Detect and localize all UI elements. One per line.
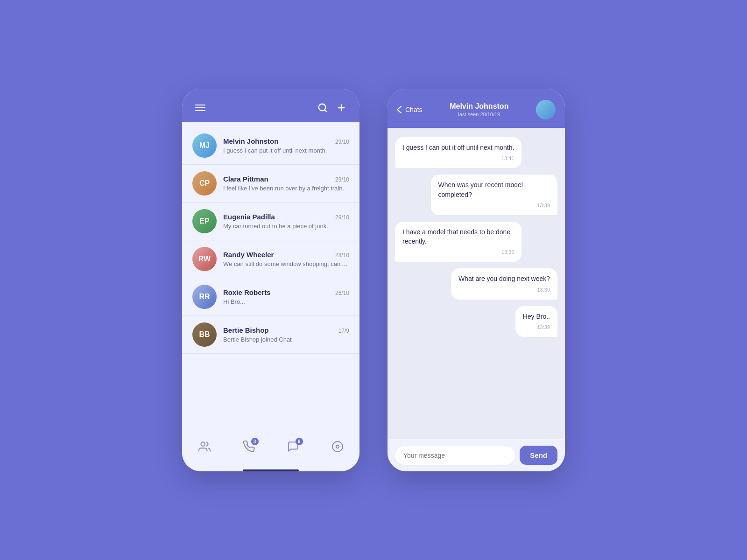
avatar: RR [192,285,217,309]
avatar: RW [192,247,217,271]
chat-meta: Bertie Bishop 17/9 [223,326,349,334]
contacts-icon [198,441,211,455]
message-time: 13:39 [523,324,550,331]
chat-preview: Bertie Bishop joined Chat [223,336,349,343]
message-bubble-3: I have a model that needs to be done rec… [395,222,521,262]
chat-preview: Hi Bro... [223,298,349,305]
send-button[interactable]: Send [520,446,557,465]
avatar: MJ [192,133,217,158]
message-time: 13:35 [402,249,514,256]
home-indicator [243,469,299,471]
message-input[interactable] [395,446,515,465]
chat-name: Clara Pittman [223,175,268,183]
message-time: 13:39 [438,202,550,210]
chat-date: 29/10 [335,214,349,221]
contact-name: Melvin Johnston [428,102,530,111]
chat-name: Eugenia Padilla [223,213,275,221]
chat-header: Chats Melvin Johnston last seen 28/10/19 [388,89,565,128]
chat-meta: Randy Wheeler 28/10 [223,251,349,259]
chat-meta: Clara Pittman 29/10 [223,175,349,183]
search-icon[interactable] [317,103,328,113]
chat-contact-info: Melvin Johnston last seen 28/10/19 [428,102,530,117]
chats-icon: 6 [287,441,299,455]
back-button[interactable]: Chats [397,106,423,113]
messages-area: I guess I can put it off until next mont… [388,128,565,439]
message-time: 13:39 [458,287,550,294]
avatar: CP [192,171,217,196]
last-seen-status: last seen 28/10/19 [428,112,530,117]
nav-item-contacts[interactable] [198,441,211,455]
message-text: I guess I can put it off until next mont… [402,144,514,151]
chat-item[interactable]: EP Eugenia Padilla 29/10 My car turned o… [182,203,359,240]
chat-name: Bertie Bishop [223,326,269,334]
chat-item[interactable]: RW Randy Wheeler 28/10 We can still do s… [182,240,359,278]
nav-badge-calls: 3 [251,438,259,445]
chat-preview: We can still do some window shopping, ca… [223,260,349,267]
left-phone-header [182,89,359,122]
chat-item[interactable]: CP Clara Pittman 29/10 I feel like I've … [182,165,359,203]
nav-item-calls[interactable]: 3 [243,441,255,455]
message-input-area: Send [388,439,565,471]
chat-preview: I guess I can put it off until next mont… [223,147,349,154]
chat-list: MJ Melvin Johnston 29/10 I guess I can p… [182,122,359,434]
nav-item-watch[interactable] [331,441,344,455]
chat-date: 29/10 [335,176,349,183]
chat-info: Clara Pittman 29/10 I feel like I've bee… [223,175,349,192]
message-time: 13:41 [402,155,514,162]
chat-preview: I feel like I've been run over by a frei… [223,185,349,192]
message-text: I have a model that needs to be done rec… [402,228,510,245]
new-chat-icon[interactable] [336,103,346,113]
svg-line-1 [324,110,326,112]
nav-item-chats[interactable]: 6 [287,441,299,455]
message-bubble-2: When was your recent model completed? 13… [431,175,557,215]
message-bubble-5: Hey Bro.. 13:39 [515,306,557,337]
header-actions [317,103,346,113]
chat-info: Eugenia Padilla 29/10 My car turned out … [223,213,349,230]
avatar: BB [192,322,217,347]
chat-info: Roxie Roberts 26/10 Hi Bro... [223,288,349,305]
chat-date: 17/9 [338,328,349,334]
message-text: When was your recent model completed? [438,181,523,198]
svg-point-5 [332,441,343,452]
avatar: EP [192,209,217,233]
back-label: Chats [405,106,423,113]
message-text: Hey Bro.. [523,313,550,320]
chat-date: 29/10 [335,139,349,145]
chat-item[interactable]: MJ Melvin Johnston 29/10 I guess I can p… [182,127,359,165]
bottom-nav: 3 6 [182,434,359,466]
right-phone: Chats Melvin Johnston last seen 28/10/19… [388,89,565,471]
chat-info: Randy Wheeler 28/10 We can still do some… [223,251,349,267]
chat-item[interactable]: RR Roxie Roberts 26/10 Hi Bro... [182,278,359,316]
chat-meta: Roxie Roberts 26/10 [223,288,349,296]
message-bubble-4: What are you doing next week? 13:39 [451,268,557,299]
left-phone: MJ Melvin Johnston 29/10 I guess I can p… [182,89,359,471]
chat-name: Randy Wheeler [223,251,274,259]
message-text: What are you doing next week? [458,275,550,282]
calls-icon: 3 [243,441,255,455]
svg-point-6 [336,445,339,448]
chat-item[interactable]: BB Bertie Bishop 17/9 Bertie Bishop join… [182,316,359,354]
contact-avatar [536,100,556,119]
chat-meta: Melvin Johnston 29/10 [223,137,349,145]
chat-name: Melvin Johnston [223,137,278,145]
nav-badge-chats: 6 [296,438,303,445]
chat-preview: My car turned out to be a piece of junk. [223,223,349,230]
chat-date: 28/10 [335,252,349,259]
chat-meta: Eugenia Padilla 29/10 [223,213,349,221]
svg-point-4 [201,442,205,446]
chat-info: Bertie Bishop 17/9 Bertie Bishop joined … [223,326,349,343]
chat-info: Melvin Johnston 29/10 I guess I can put … [223,137,349,154]
chat-name: Roxie Roberts [223,288,271,296]
menu-icon[interactable] [195,105,205,111]
watch-icon [331,441,344,455]
chat-date: 26/10 [335,290,349,296]
message-bubble-1: I guess I can put it off until next mont… [395,137,521,168]
